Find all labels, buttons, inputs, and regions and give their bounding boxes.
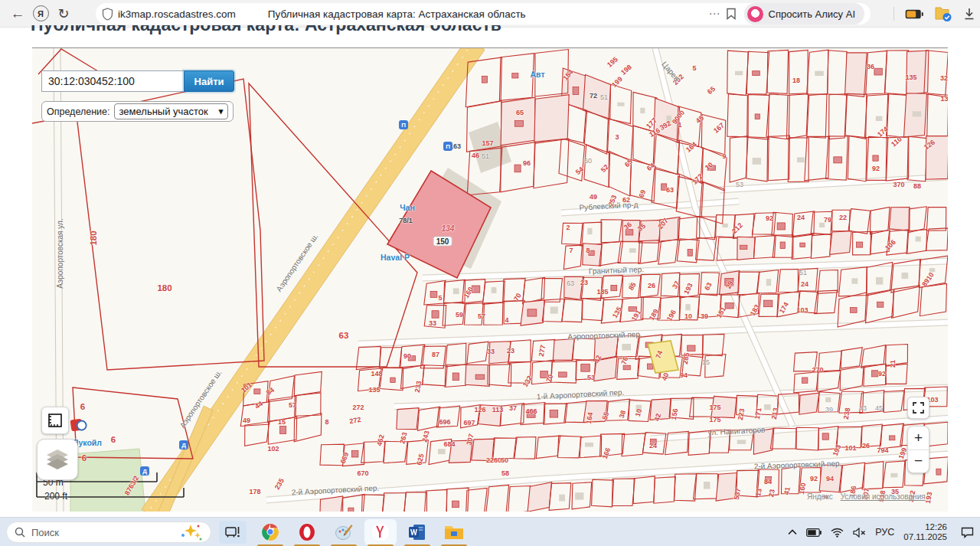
- zoom-out-button[interactable]: −: [908, 450, 929, 473]
- language-indicator[interactable]: РУС: [875, 527, 894, 538]
- definition-select[interactable]: земельный участок ▾: [114, 103, 229, 119]
- clock[interactable]: 12:26 07.11.2025: [903, 522, 947, 542]
- parcel-label: 88: [913, 182, 921, 190]
- page-heading-clipped: Публичная кадастровая карта: Астраханска…: [31, 25, 628, 36]
- wifi-icon[interactable]: [831, 528, 844, 538]
- parcel-label: 94: [680, 371, 688, 379]
- parcel-label: 185: [596, 288, 608, 296]
- refresh-icon[interactable]: ↻: [52, 2, 75, 25]
- fullscreen-icon: [913, 402, 924, 414]
- yandex-home-icon[interactable]: Я: [29, 2, 52, 25]
- battery-icon[interactable]: [905, 9, 923, 19]
- transit-stop-icon[interactable]: П: [399, 120, 408, 129]
- ask-alice-button[interactable]: Спросить Алису AI: [744, 3, 864, 25]
- parcel-label: 134: [442, 224, 455, 233]
- parcel-label: 78/1: [399, 217, 413, 224]
- cadastre-number-input[interactable]: [41, 70, 184, 92]
- parcel-label: 6: [111, 435, 116, 444]
- taskbar-app-word[interactable]: [401, 519, 433, 545]
- parcel-label: 51: [482, 152, 489, 160]
- measure-button[interactable]: [41, 407, 69, 434]
- extensions-menu-icon[interactable]: ⋯: [709, 7, 721, 21]
- back-icon[interactable]: ←: [6, 2, 29, 25]
- bookmark-icon[interactable]: [726, 8, 737, 20]
- taskbar-app-paint[interactable]: [328, 519, 360, 545]
- alice-icon: [747, 6, 763, 22]
- parcel-label: 8: [586, 247, 590, 254]
- windows-taskbar: Поиск: [0, 517, 980, 546]
- parcel-label: 53: [736, 181, 743, 188]
- taskbar-app-file-explorer[interactable]: [438, 519, 470, 545]
- search-highlights-sparkle-icon: [180, 523, 203, 541]
- chevron-down-icon: ▾: [219, 106, 224, 116]
- hidden-icons-chevron[interactable]: [788, 529, 797, 535]
- parcel-label: 3: [615, 133, 619, 141]
- parcel-label: 8: [325, 418, 328, 426]
- tray-battery-icon[interactable]: [806, 528, 822, 537]
- parcel-label: 24: [649, 442, 657, 450]
- transit-stop-icon[interactable]: П: [443, 142, 452, 151]
- site-security-shield-icon[interactable]: [102, 8, 113, 21]
- parcel-label: 72: [590, 92, 597, 100]
- download-icon[interactable]: [963, 8, 975, 21]
- street-label: Аэропортовская ул.: [56, 218, 64, 288]
- parcel-label: 466: [525, 407, 537, 415]
- parcel-label: 92: [810, 475, 818, 482]
- opera-icon: [298, 523, 316, 541]
- parcel-label: 7: [569, 247, 573, 254]
- poi-label[interactable]: Чан: [400, 203, 415, 212]
- volume-muted-icon[interactable]: [853, 528, 866, 538]
- parcel-label: 6: [82, 453, 87, 463]
- attribution-brand[interactable]: Яндекс: [807, 492, 833, 501]
- parcel-label: 15: [278, 418, 286, 426]
- parcel-label: 49: [590, 193, 597, 201]
- find-button[interactable]: Найти: [184, 70, 234, 92]
- poi-label[interactable]: Авт: [530, 70, 544, 79]
- zoom-in-button[interactable]: +: [908, 427, 929, 450]
- parcel-label: 65: [516, 109, 524, 116]
- divider: [893, 7, 894, 21]
- parcel-label: 180: [157, 283, 172, 293]
- parcel-label: 4: [505, 316, 508, 324]
- parcel-label: 175: [709, 416, 720, 423]
- parcel-label: 10: [684, 312, 692, 320]
- browser-toolbar: ← Я ↻ ik3map.roscadastres.com Публичная …: [0, 0, 980, 28]
- definition-filter: Определение: земельный участок ▾: [41, 101, 234, 122]
- taskbar-app-opera[interactable]: [291, 519, 323, 545]
- parcel-label: 103: [796, 306, 808, 314]
- poi-label[interactable]: Haval P: [381, 253, 410, 262]
- parcel-label: 41: [782, 486, 792, 495]
- taskbar-app-yandex-browser[interactable]: [364, 519, 397, 545]
- parcel-label: 23: [767, 489, 776, 498]
- parcel-label: 24: [797, 214, 805, 221]
- parcel-label: 15: [702, 358, 710, 366]
- parcel-label: 23: [507, 347, 514, 355]
- parcel-label: 90: [403, 352, 411, 360]
- parcel-label: 33: [487, 348, 495, 355]
- file-explorer-icon: [444, 524, 464, 541]
- parcel-label: 6: [80, 402, 85, 411]
- address-bar[interactable]: ik3map.roscadastres.com Публичная кадаст…: [96, 3, 871, 25]
- lukoil-logo-icon[interactable]: [70, 419, 83, 432]
- parcel-label: 26: [648, 282, 655, 289]
- parcel-label: 270: [812, 366, 823, 374]
- parcel-label: 39: [825, 406, 833, 414]
- parcel-label: 92: [766, 214, 773, 222]
- taskbar-search[interactable]: Поиск: [6, 521, 211, 543]
- task-view-button[interactable]: [219, 521, 247, 544]
- parcel-label: 79: [824, 216, 831, 224]
- fullscreen-button[interactable]: [907, 397, 929, 419]
- taskbar-app-chrome[interactable]: [254, 519, 286, 545]
- parcel-label: 670: [357, 469, 368, 477]
- map-attribution: ЯндексУсловия использования: [807, 492, 926, 501]
- layers-button[interactable]: [37, 439, 78, 480]
- notifications-icon[interactable]: [961, 527, 974, 538]
- parcel-label: 51: [600, 93, 608, 101]
- transit-stop-icon[interactable]: Д: [179, 440, 188, 450]
- attribution-terms-link[interactable]: Условия использования: [841, 492, 926, 501]
- parcel-label: 135: [940, 95, 948, 103]
- parcel-label: 113: [492, 406, 504, 414]
- parcel-label: 57: [289, 401, 296, 409]
- downloads-folder-icon[interactable]: [934, 5, 952, 22]
- transit-stop-icon[interactable]: Д: [140, 466, 149, 476]
